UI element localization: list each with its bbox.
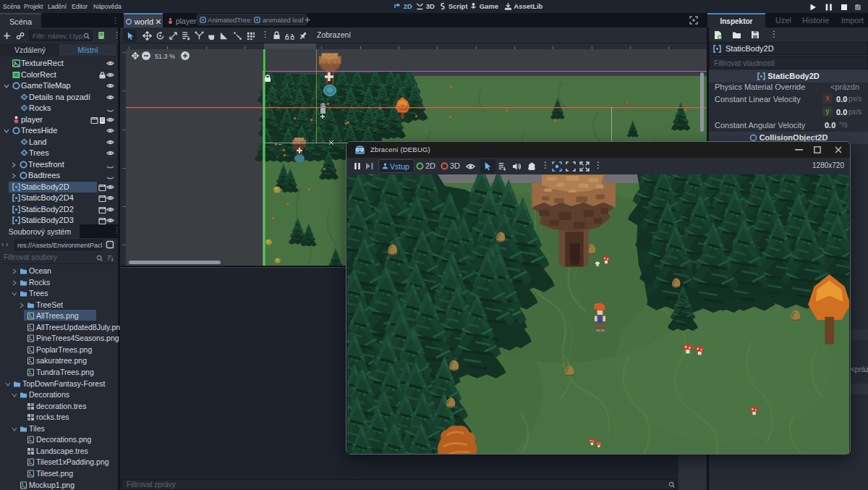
svg-text:51.3 %: 51.3 % xyxy=(155,53,175,60)
